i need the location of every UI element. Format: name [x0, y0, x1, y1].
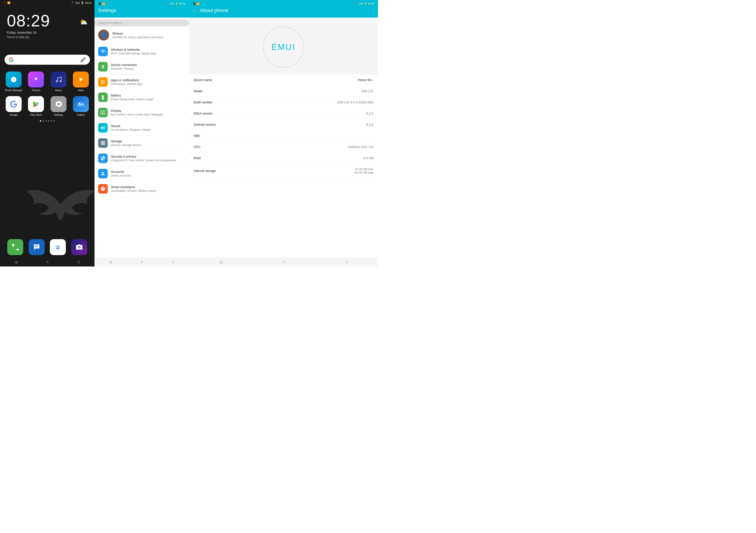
about-nav-home[interactable]: ○ [283, 260, 285, 264]
display-title: Display [111, 109, 181, 113]
battery-title: Battery [111, 94, 181, 97]
settings-nav-back[interactable]: ◁ [109, 260, 112, 264]
page-dots [0, 119, 94, 124]
video-icon [73, 71, 89, 88]
settings-app-icon [51, 96, 67, 112]
sound-title: Sound [111, 124, 181, 128]
wifi-icon-a: 📶 [197, 2, 200, 5]
playstore-label: Play Store [30, 113, 42, 116]
settings-nav-home[interactable]: ○ [141, 260, 143, 264]
app-video[interactable]: Video [71, 71, 91, 92]
sound-icon [98, 123, 108, 132]
assist-sub: Accessibility, HiTouch, Motion control [111, 189, 181, 192]
settings-item-wireless[interactable]: Wireless & networks Wi-Fi, Dual SIM sett… [94, 44, 189, 59]
settings-item-device[interactable]: Device connection Bluetooth, Printing › [94, 59, 189, 74]
touch-city[interactable]: Touch to add city [7, 35, 90, 39]
wifi-icon-s: 📶 [102, 2, 105, 5]
battery-icon-a: 🔋 [364, 2, 367, 5]
settings-item-sound[interactable]: Sound Do not disturb, Ringtone, Vibrate … [94, 120, 189, 135]
model-label: Model [194, 89, 202, 93]
settings-status-icons: 📱 📶 [98, 2, 105, 5]
security-title: Security & privacy [111, 154, 181, 158]
storage-title: Storage [111, 139, 181, 143]
app-settings[interactable]: Settings [48, 96, 68, 116]
themes-label: Themes [32, 89, 41, 92]
app-gallery[interactable]: Gallery [71, 96, 91, 116]
app-music[interactable]: Music [48, 71, 68, 92]
about-title: About phone [200, 8, 229, 14]
nav-recent-btn[interactable]: □ [78, 260, 80, 264]
user-profile-item[interactable]: 👤 Shaoor HUAWEI ID, Cloud, AppGallery an… [94, 26, 189, 44]
about-nav-recent[interactable]: □ [345, 260, 348, 264]
status-left: 📱 📶 [3, 1, 11, 4]
wireless-icon [98, 47, 108, 56]
build-label: Build number [194, 100, 212, 104]
apps-title: Apps & notifications [111, 78, 181, 82]
assist-text: Smart assistance Accessibility, HiTouch,… [111, 185, 181, 192]
app-themes[interactable]: Themes [26, 71, 46, 92]
device-sub: Bluetooth, Printing [111, 67, 181, 70]
about-row-imei[interactable]: IMEI [189, 130, 378, 141]
security-text: Security & privacy Fingerprint ID, Face … [111, 154, 181, 162]
bat-background [24, 180, 94, 230]
google-app-icon [6, 96, 22, 112]
emui-version-value: 8.2.0 [366, 112, 373, 115]
settings-item-security[interactable]: Security & privacy Fingerprint ID, Face … [94, 151, 189, 166]
app-grid-row2: Google [0, 94, 94, 119]
emui-logo-area: EMUI [189, 17, 378, 74]
settings-item-assist[interactable]: Smart assistance Accessibility, HiTouch,… [94, 181, 189, 197]
about-back-btn[interactable]: ← [193, 8, 197, 13]
google-search-bar[interactable]: 🎤 [5, 55, 90, 65]
storage-label: Internal storage [194, 169, 216, 173]
dock-phone[interactable] [7, 239, 23, 255]
settings-item-apps[interactable]: Apps & notifications Permissions, Defaul… [94, 74, 189, 90]
settings-item-accounts[interactable]: Accounts Cloud, Accounts › [94, 166, 189, 181]
app-phone-manager[interactable]: Phone Manager [4, 71, 24, 92]
home-date: Friday, November 16 [7, 31, 90, 34]
dock-messages[interactable] [29, 239, 45, 255]
device-text: Device connection Bluetooth, Printing [111, 63, 181, 70]
about-list: Device name Honor 8X › Model JSN-L22 Bui… [189, 74, 378, 257]
settings-nav-bar: ◁ ○ □ [94, 257, 189, 266]
device-chevron: › [184, 65, 185, 69]
storage-value: 47.29 GB free 64.00 GB total [355, 167, 373, 174]
wifi-status: 📶 [7, 1, 11, 4]
app-play-store[interactable]: Play Store [26, 96, 46, 116]
nav-back-btn[interactable]: ◁ [14, 260, 17, 264]
nav-home-btn[interactable]: ○ [46, 260, 49, 264]
app-grid-row1: Phone Manager Themes Music [0, 69, 94, 94]
about-panel: 📱 📶 📍 15% 🔋 08:30 ← About phone EMUI Dev… [189, 0, 378, 266]
dock-camera[interactable] [71, 239, 87, 255]
about-nav-back[interactable]: ◁ [219, 260, 222, 264]
device-icon [98, 62, 108, 71]
settings-item-storage[interactable]: Storage Memory, Storage cleaner › [94, 135, 189, 151]
about-row-device-name[interactable]: Device name Honor 8X › [189, 74, 378, 86]
settings-nav-recent[interactable]: □ [172, 260, 175, 264]
security-sub: Fingerprint ID, Face unlock, Screen lock… [111, 159, 181, 162]
status-right: 📍 15% 🔋 08:29 [71, 1, 91, 4]
dot-6 [54, 120, 55, 122]
settings-item-display[interactable]: Display Eye comfort, Home screen style, … [94, 105, 189, 120]
home-screen: 📱 📶 📍 15% 🔋 08:29 08:29 Friday, November… [0, 0, 94, 266]
svg-point-0 [56, 203, 60, 205]
mic-icon[interactable]: 🎤 [80, 57, 86, 62]
gallery-label: Gallery [77, 113, 85, 116]
battery-icon-s: 🔋 [175, 2, 178, 5]
home-nav-bar: ◁ ○ □ [0, 257, 94, 266]
google-logo-icon [9, 57, 14, 62]
about-row-ram: RAM 4.0 GB [189, 153, 378, 164]
dock-chrome[interactable] [50, 239, 66, 255]
model-value: JSN-L22 [361, 89, 373, 93]
settings-search[interactable]: Search for setting... [94, 19, 189, 26]
settings-item-battery[interactable]: Battery Power saving mode, Battery usage… [94, 90, 189, 105]
accounts-icon [98, 169, 108, 178]
about-title-row: ← About phone [193, 7, 374, 14]
app-google[interactable]: Google [4, 96, 24, 116]
user-chevron: › [184, 33, 185, 37]
sim-icon-s: 📱 [98, 2, 101, 5]
android-value: 8.1.0 [366, 123, 373, 126]
svg-rect-6 [82, 101, 83, 102]
weather-widget[interactable]: ⛅ [80, 18, 88, 26]
accounts-title: Accounts [111, 170, 181, 174]
about-nav-bar: ◁ ○ □ [189, 257, 378, 266]
